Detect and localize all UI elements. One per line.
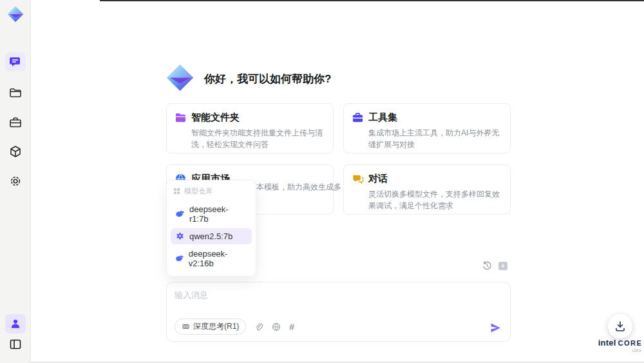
model-option-deepseek-v2[interactable]: deepseek-v2:16b <box>171 246 252 271</box>
chat-actions: + <box>482 260 508 271</box>
sidebar-item-apps[interactable] <box>5 142 26 161</box>
model-group-label: 模型仓库 <box>184 186 213 196</box>
plus-icon: + <box>498 262 507 270</box>
panel-layout-icon <box>9 338 22 351</box>
model-option-label: deepseek-v2:16b <box>189 249 247 268</box>
smart-folder-icon <box>175 112 187 124</box>
sidebar-item-folders[interactable] <box>5 83 26 103</box>
dialogue-icon <box>352 173 364 185</box>
history-button[interactable] <box>482 260 492 271</box>
card-description: 智能文件夹功能支持批量文件上传与清洗，轻松实现文件问答 <box>191 127 325 150</box>
deepthink-toggle[interactable]: 深度思考(R1) <box>175 319 246 335</box>
model-option-qwen[interactable]: qwen2.5:7b <box>171 228 252 244</box>
prompt-template-button[interactable]: # <box>289 322 294 332</box>
card-description-partial: 本模板，助力高效生成多 <box>256 182 341 193</box>
window-top-edge <box>100 0 644 1</box>
greeting-logo-icon <box>165 63 195 93</box>
deepseek-whale-icon <box>175 254 184 264</box>
message-composer: 深度思考(R1) # <box>166 282 511 342</box>
model-option-label: deepseek-r1:7b <box>189 204 247 224</box>
card-dialogue[interactable]: 对话 灵活切换多模型文件，支持多样回复效果调试，满足个性化需求 <box>343 164 511 215</box>
globe-icon <box>272 322 281 331</box>
sidebar-item-collapse[interactable] <box>5 335 26 354</box>
download-icon <box>614 320 626 332</box>
sidebar-item-profile[interactable] <box>5 314 26 333</box>
cube-icon <box>9 145 22 158</box>
intel-logo-text: intel <box>598 338 616 348</box>
deepthink-label: 深度思考(R1) <box>193 321 239 332</box>
card-smart-folder[interactable]: 智能文件夹 智能文件夹功能支持批量文件上传与清洗，轻松实现文件问答 <box>166 103 334 153</box>
qwen-icon <box>175 231 185 241</box>
deepthink-atom-icon <box>182 322 190 331</box>
core-logo-text: CORE <box>618 339 642 347</box>
sidebar <box>0 0 31 363</box>
chat-bubble-icon <box>9 55 22 68</box>
intel-core-badge: intel CORE Ultra <box>596 338 644 353</box>
toolset-icon <box>352 112 364 124</box>
card-description: 集成市场上主流工具，助力AI与外界无缝扩展与对接 <box>368 127 502 150</box>
model-dropdown: 模型仓库 deepseek-r1:7b qwen2.5:7b deepseek-… <box>166 180 256 277</box>
folder-icon <box>9 86 22 99</box>
composer-toolbar: 深度思考(R1) # <box>175 319 294 335</box>
card-description: 灵活切换多模型文件，支持多样回复效果调试，满足个性化需求 <box>368 188 502 211</box>
intel-sub-text: Ultra <box>596 348 644 353</box>
sidebar-item-settings[interactable] <box>5 172 26 191</box>
send-icon <box>489 322 502 334</box>
send-button[interactable] <box>489 322 502 334</box>
download-fab-button[interactable] <box>608 314 632 338</box>
paperclip-icon <box>254 322 263 331</box>
attach-button[interactable] <box>254 322 263 331</box>
new-chat-button[interactable]: + <box>498 260 508 271</box>
history-icon <box>482 261 492 271</box>
repo-icon <box>173 188 180 195</box>
app-logo-icon <box>6 5 24 23</box>
message-input[interactable] <box>167 282 510 316</box>
briefcase-icon <box>9 116 22 129</box>
deepseek-whale-icon <box>175 210 185 219</box>
sidebar-item-toolbox[interactable] <box>5 113 26 132</box>
app-window: 你好，我可以如何帮助你? 智能文件夹 智能文件夹功能支持批量文件上传与清洗，轻松… <box>0 0 644 363</box>
card-title: 对话 <box>368 173 388 185</box>
gear-icon <box>9 175 22 188</box>
web-search-button[interactable] <box>272 322 281 331</box>
card-title: 工具集 <box>368 112 397 124</box>
model-option-deepseek-r1[interactable]: deepseek-r1:7b <box>171 201 252 227</box>
user-icon <box>10 318 21 329</box>
greeting-text: 你好，我可以如何帮助你? <box>204 72 331 86</box>
card-toolset[interactable]: 工具集 集成市场上主流工具，助力AI与外界无缝扩展与对接 <box>343 103 511 153</box>
model-dropdown-group: 模型仓库 <box>171 185 252 200</box>
model-option-label: qwen2.5:7b <box>189 231 232 241</box>
card-title: 智能文件夹 <box>191 112 240 124</box>
sidebar-item-chat[interactable] <box>5 52 26 72</box>
